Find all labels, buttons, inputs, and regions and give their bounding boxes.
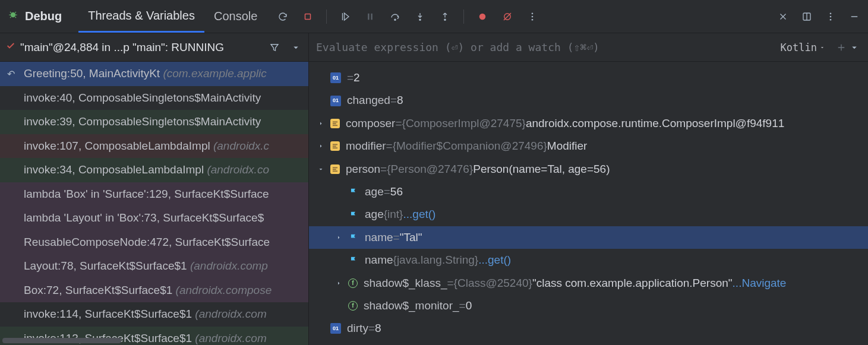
- stack-frame[interactable]: ↶Greeting:50, MainActivityKt (com.exampl…: [0, 62, 308, 86]
- link[interactable]: ...: [478, 251, 488, 269]
- variable-row[interactable]: name = "Tal": [309, 226, 868, 249]
- svg-point-11: [532, 18, 534, 20]
- stack-frame[interactable]: Box:72, SurfaceKt$Surface$1 (androidx.co…: [0, 278, 308, 303]
- frames-dropdown-icon[interactable]: [289, 41, 302, 54]
- add-watch-icon[interactable]: [835, 41, 848, 54]
- step-into-icon[interactable]: [414, 10, 427, 23]
- close-icon[interactable]: [777, 10, 790, 23]
- property-icon: [348, 255, 359, 265]
- evaluate-input[interactable]: Evaluate expression (⏎) or add a watch (…: [316, 41, 781, 53]
- field-icon: [330, 141, 340, 151]
- step-out-icon[interactable]: [438, 10, 452, 23]
- horizontal-scrollbar[interactable]: [2, 338, 121, 343]
- variable-row[interactable]: modifier = {Modifier$Companion@27496} Mo…: [309, 135, 868, 157]
- class-field-icon: f: [348, 278, 358, 288]
- chevron-right-icon[interactable]: [335, 234, 347, 241]
- svg-point-14: [830, 15, 832, 17]
- filter-icon[interactable]: [268, 41, 281, 54]
- svg-point-4: [394, 19, 396, 20]
- property-icon: [348, 186, 359, 197]
- variable-row[interactable]: person = {Person@27476} Person(name=Tal,…: [309, 158, 868, 181]
- property-icon: [348, 210, 359, 220]
- svg-rect-20: [333, 146, 336, 147]
- svg-rect-22: [333, 167, 337, 168]
- svg-point-0: [11, 12, 15, 17]
- chevron-right-icon[interactable]: [335, 280, 347, 287]
- undo-icon: ↶: [7, 67, 15, 81]
- primitive-icon: 01: [330, 72, 341, 83]
- stack-frame[interactable]: invoke:114, SurfaceKt$Surface$1 (android…: [0, 302, 308, 327]
- tabs: Threads & Variables Console: [78, 0, 267, 33]
- variable-row[interactable]: fshadow$_monitor_ = 0: [309, 295, 868, 317]
- variable-row[interactable]: fshadow$_klass_ = {Class@25240} "class c…: [309, 272, 868, 295]
- variable-row[interactable]: age {int} ... get(): [309, 203, 868, 226]
- rerun-icon[interactable]: [276, 10, 289, 23]
- bug-icon: [7, 9, 19, 24]
- svg-point-6: [444, 19, 446, 20]
- stack-frame[interactable]: ReusableComposeNode:472, SurfaceKt$Surfa…: [0, 230, 308, 255]
- variable-row[interactable]: name {java.lang.String} ... get(): [309, 249, 868, 271]
- primitive-icon: 01: [330, 96, 341, 106]
- svg-point-9: [532, 12, 534, 14]
- class-field-icon: f: [348, 301, 358, 311]
- svg-rect-2: [368, 13, 370, 20]
- svg-point-7: [479, 13, 486, 20]
- debug-title: Debug: [25, 10, 62, 23]
- mute-breakpoints-icon[interactable]: [501, 10, 514, 23]
- stack-frame[interactable]: invoke:107, ComposableLambdaImpl (androi…: [0, 134, 308, 159]
- options-icon[interactable]: [824, 10, 837, 23]
- stack-frame[interactable]: invoke:34, ComposableLambdaImpl (android…: [0, 158, 308, 182]
- resume-icon[interactable]: [339, 10, 352, 23]
- pause-icon[interactable]: [364, 10, 377, 23]
- link[interactable]: ...: [733, 274, 742, 292]
- variable-row[interactable]: 01changed = 8: [309, 89, 868, 112]
- svg-rect-21: [333, 148, 337, 149]
- eval-dropdown-icon[interactable]: [848, 41, 861, 54]
- variables-tree[interactable]: 01= 201changed = 8composer = {ComposerIm…: [309, 62, 868, 345]
- suspended-check-icon: [6, 41, 15, 53]
- minimize-icon[interactable]: [848, 10, 861, 23]
- property-icon: [348, 232, 359, 243]
- variable-row[interactable]: age = 56: [309, 181, 868, 203]
- field-icon: [330, 164, 340, 174]
- stack-frame[interactable]: lambda 'Box' in 'Surface':129, SurfaceKt…: [0, 182, 308, 207]
- svg-rect-24: [333, 170, 337, 172]
- field-icon: [330, 119, 340, 128]
- variable-row[interactable]: composer = {ComposerImpl@27475} androidx…: [309, 112, 868, 135]
- svg-rect-1: [305, 14, 311, 19]
- stack-frame[interactable]: invoke:40, ComposableSingletons$MainActi…: [0, 86, 308, 110]
- svg-point-13: [830, 12, 832, 14]
- language-selector[interactable]: Kotlin: [781, 42, 825, 53]
- tab-threads-variables[interactable]: Threads & Variables: [78, 0, 204, 33]
- view-breakpoints-icon[interactable]: [476, 10, 489, 23]
- step-over-icon[interactable]: [389, 10, 402, 23]
- stack-frame[interactable]: lambda 'Layout' in 'Box':73, SurfaceKt$S…: [0, 206, 308, 230]
- svg-rect-16: [333, 121, 337, 122]
- thread-status[interactable]: "main"@24,884 in ...p "main": RUNNING: [20, 41, 268, 54]
- tab-console[interactable]: Console: [204, 0, 267, 33]
- variable-row[interactable]: 01= 2: [309, 67, 868, 89]
- link[interactable]: Navigate: [741, 274, 786, 292]
- layout-icon[interactable]: [800, 10, 813, 23]
- svg-point-10: [532, 15, 534, 17]
- frames-list[interactable]: ↶Greeting:50, MainActivityKt (com.exampl…: [0, 62, 308, 345]
- stack-frame[interactable]: Layout:78, SurfaceKt$Surface$1 (androidx…: [0, 254, 308, 278]
- chevron-down-icon[interactable]: [317, 166, 329, 173]
- link[interactable]: ...: [403, 205, 412, 223]
- stop-icon[interactable]: [301, 10, 314, 23]
- svg-rect-23: [333, 169, 336, 170]
- stack-frame[interactable]: invoke:39, ComposableSingletons$MainActi…: [0, 110, 308, 134]
- svg-rect-17: [333, 123, 336, 124]
- link[interactable]: get(): [488, 251, 511, 269]
- more-icon[interactable]: [526, 10, 539, 23]
- svg-point-15: [830, 18, 832, 20]
- svg-rect-18: [333, 125, 337, 126]
- chevron-right-icon[interactable]: [317, 120, 329, 127]
- primitive-icon: 01: [330, 323, 341, 334]
- chevron-right-icon[interactable]: [317, 143, 329, 150]
- svg-rect-19: [333, 144, 337, 145]
- variable-row[interactable]: 01dirty = 8: [309, 317, 868, 340]
- link[interactable]: get(): [412, 205, 435, 223]
- svg-point-5: [419, 19, 421, 20]
- svg-rect-3: [371, 13, 373, 20]
